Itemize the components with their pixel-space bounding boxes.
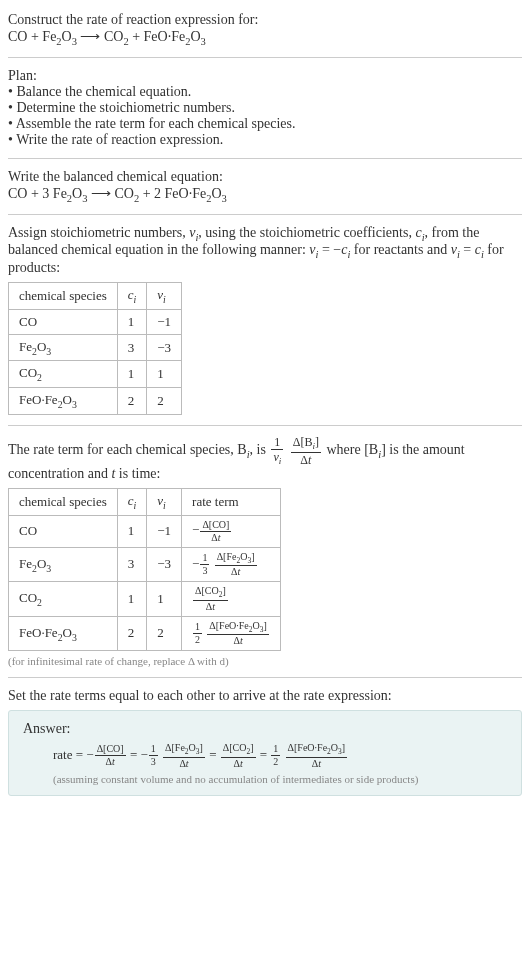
cell-rate: Δ[CO2]Δt	[182, 582, 281, 617]
cell-rate: −Δ[CO]Δt	[182, 515, 281, 547]
divider	[8, 425, 522, 426]
cell-species: CO	[9, 309, 118, 334]
plan-item: • Determine the stoichiometric numbers.	[8, 100, 522, 116]
answer-box: Answer: rate = −Δ[CO]Δt = −13 Δ[Fe2O3]Δt…	[8, 710, 522, 796]
table-row: FeO·Fe2O3 2 2	[9, 387, 182, 414]
divider	[8, 158, 522, 159]
col-ci: ci	[117, 283, 147, 310]
table-header-row: chemical species ci νi rate term	[9, 488, 281, 515]
table-row: CO 1 −1 −Δ[CO]Δt	[9, 515, 281, 547]
plan-item: • Assemble the rate term for each chemic…	[8, 116, 522, 132]
cell-species: FeO·Fe2O3	[9, 616, 118, 651]
cell-rate: 12 Δ[FeO·Fe2O3]Δt	[182, 616, 281, 651]
cell-ci: 2	[117, 616, 147, 651]
answer-note: (assuming constant volume and no accumul…	[53, 773, 507, 785]
cell-species: CO	[9, 515, 118, 547]
table-header-row: chemical species ci νi	[9, 283, 182, 310]
stoich-table: chemical species ci νi CO 1 −1 Fe2O3 3 −…	[8, 282, 182, 414]
intro-block: Construct the rate of reaction expressio…	[8, 12, 522, 47]
cell-vi: −1	[147, 515, 182, 547]
rate-note: (for infinitesimal rate of change, repla…	[8, 655, 522, 667]
cell-rate: −13 Δ[Fe2O3]Δt	[182, 547, 281, 582]
table-row: Fe2O3 3 −3 −13 Δ[Fe2O3]Δt	[9, 547, 281, 582]
cell-species: CO2	[9, 361, 118, 388]
answer-label: Answer:	[23, 721, 507, 737]
cell-ci: 1	[117, 582, 147, 617]
divider	[8, 677, 522, 678]
cell-ci: 1	[117, 515, 147, 547]
balanced-block: Write the balanced chemical equation: CO…	[8, 169, 522, 204]
cell-ci: 2	[117, 387, 147, 414]
plan-item: • Balance the chemical equation.	[8, 84, 522, 100]
fraction: Δ[Bi]Δt	[291, 436, 321, 466]
rate-term-block: The rate term for each chemical species,…	[8, 436, 522, 667]
col-vi: νi	[147, 283, 182, 310]
table-row: CO2 1 1 Δ[CO2]Δt	[9, 582, 281, 617]
col-species: chemical species	[9, 283, 118, 310]
final-block: Set the rate terms equal to each other t…	[8, 688, 522, 796]
cell-species: FeO·Fe2O3	[9, 387, 118, 414]
intro-equation: CO + Fe2O3 ⟶ CO2 + FeO·Fe2O3	[8, 28, 522, 47]
divider	[8, 57, 522, 58]
cell-vi: 1	[147, 361, 182, 388]
divider	[8, 214, 522, 215]
final-heading: Set the rate terms equal to each other t…	[8, 688, 522, 704]
table-row: CO2 1 1	[9, 361, 182, 388]
cell-vi: −3	[147, 334, 182, 361]
cell-vi: −3	[147, 547, 182, 582]
intro-title: Construct the rate of reaction expressio…	[8, 12, 522, 28]
cell-vi: 2	[147, 387, 182, 414]
cell-species: Fe2O3	[9, 334, 118, 361]
stoich-text: Assign stoichiometric numbers, νi, using…	[8, 225, 522, 277]
table-row: FeO·Fe2O3 2 2 12 Δ[FeO·Fe2O3]Δt	[9, 616, 281, 651]
cell-species: CO2	[9, 582, 118, 617]
cell-ci: 3	[117, 547, 147, 582]
rate-term-text: The rate term for each chemical species,…	[8, 436, 522, 482]
stoich-block: Assign stoichiometric numbers, νi, using…	[8, 225, 522, 415]
fraction: 1νi	[271, 436, 283, 466]
bullet-icon: •	[8, 116, 16, 131]
col-rate: rate term	[182, 488, 281, 515]
bullet-icon: •	[8, 132, 16, 147]
table-row: Fe2O3 3 −3	[9, 334, 182, 361]
cell-ci: 3	[117, 334, 147, 361]
cell-ci: 1	[117, 309, 147, 334]
cell-vi: −1	[147, 309, 182, 334]
rate-table: chemical species ci νi rate term CO 1 −1…	[8, 488, 281, 651]
plan-heading: Plan:	[8, 68, 522, 84]
plan-item: • Write the rate of reaction expression.	[8, 132, 522, 148]
answer-equation: rate = −Δ[CO]Δt = −13 Δ[Fe2O3]Δt = Δ[CO2…	[53, 743, 507, 769]
col-ci: ci	[117, 488, 147, 515]
cell-vi: 1	[147, 582, 182, 617]
cell-species: Fe2O3	[9, 547, 118, 582]
plan-block: Plan: • Balance the chemical equation. •…	[8, 68, 522, 148]
table-row: CO 1 −1	[9, 309, 182, 334]
balanced-equation: CO + 3 Fe2O3 ⟶ CO2 + 2 FeO·Fe2O3	[8, 185, 522, 204]
cell-ci: 1	[117, 361, 147, 388]
col-species: chemical species	[9, 488, 118, 515]
balanced-heading: Write the balanced chemical equation:	[8, 169, 522, 185]
col-vi: νi	[147, 488, 182, 515]
cell-vi: 2	[147, 616, 182, 651]
